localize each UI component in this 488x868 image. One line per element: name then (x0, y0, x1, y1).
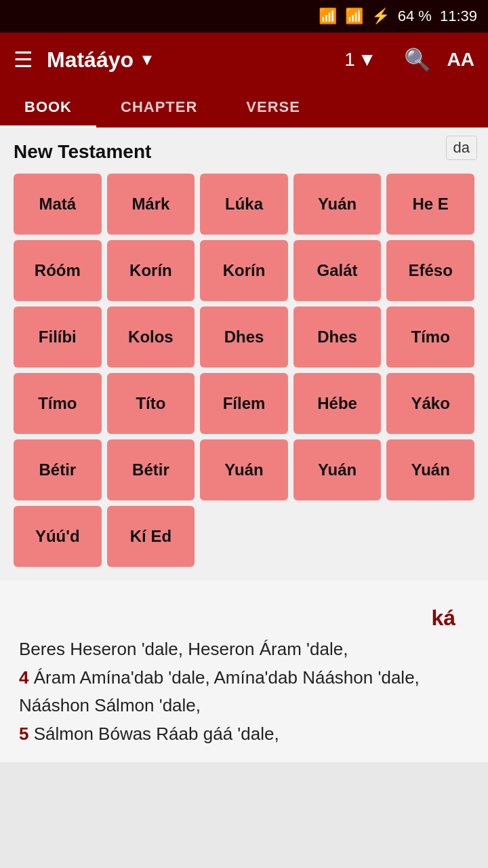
book-item-mata[interactable]: Matá (14, 174, 102, 235)
verse-num-4: 4 (19, 667, 28, 688)
book-item-yuan1[interactable]: Yuán (293, 174, 382, 235)
book-dropdown-icon: ▼ (139, 50, 155, 69)
book-item-timo2[interactable]: Tímo (14, 373, 102, 434)
tab-chapter[interactable]: CHAPTER (96, 87, 222, 127)
book-item-dhes1[interactable]: Dhes (200, 307, 288, 368)
app-bar: ☰ Matááyo ▼ 1 ▼ 🔍 AA (0, 33, 488, 87)
verse4-text: Áram Amína'dab 'dale, Amína'dab Nááshon … (19, 667, 420, 716)
book-item-hee[interactable]: He E (386, 174, 474, 235)
da-badge: da (446, 136, 477, 160)
book-selector[interactable]: Matááyo ▼ (47, 47, 331, 73)
wifi-icon: 📶 (319, 7, 337, 25)
status-bar: 📶 📶 ⚡ 64 % 11:39 (0, 0, 488, 33)
book-item-korin2[interactable]: Korín (200, 240, 288, 301)
tab-bar: BOOK CHAPTER VERSE (0, 87, 488, 127)
pre-verse-text: Beres Heseron 'dale, Heseron Áram 'dale, (19, 635, 469, 664)
book-item-filibi[interactable]: Filíbi (14, 307, 102, 368)
book-title: Matááyo (47, 47, 134, 73)
book-item-yuan3[interactable]: Yuán (293, 439, 382, 500)
chapter-selector[interactable]: 1 ▼ (344, 49, 376, 71)
book-item-kied[interactable]: Kí Ed (107, 506, 195, 567)
font-size-button[interactable]: AA (447, 49, 474, 71)
book-item-dhes2[interactable]: Dhes (293, 307, 382, 368)
verse5-text: Sálmon Bówas Ráab gáá 'dale, (34, 724, 279, 744)
book-item-tito[interactable]: Títo (107, 373, 195, 434)
menu-button[interactable]: ☰ (14, 47, 33, 73)
book-item-room[interactable]: Róóm (14, 240, 102, 301)
chapter-number: 1 (344, 49, 355, 71)
bible-text-area: ká Beres Heseron 'dale, Heseron Áram 'da… (0, 580, 488, 762)
book-item-kolos[interactable]: Kolos (107, 307, 195, 368)
section-title: New Testament (14, 141, 474, 163)
book-item-galat[interactable]: Galát (293, 240, 382, 301)
book-item-korin1[interactable]: Korín (107, 240, 195, 301)
book-item-yako[interactable]: Yáko (386, 373, 474, 434)
book-item-luka[interactable]: Lúka (200, 174, 288, 235)
book-selector-panel: da New Testament Matá Márk Lúka Yuán He … (0, 127, 488, 580)
signal-icon: 📶 (345, 7, 363, 25)
battery-charging-icon: ⚡ (371, 7, 390, 25)
app-bar-icons: 🔍 AA (404, 47, 474, 73)
book-item-yuan2[interactable]: Yuán (200, 439, 288, 500)
book-item-betir1[interactable]: Bétir (14, 439, 102, 500)
chapter-dropdown-icon: ▼ (358, 49, 377, 71)
tab-verse[interactable]: VERSE (222, 87, 325, 127)
verse4: 4 Áram Amína'dab 'dale, Amína'dab Náásho… (19, 664, 469, 720)
book-item-filem[interactable]: Fílem (200, 373, 288, 434)
book-item-betir2[interactable]: Bétir (107, 439, 195, 500)
clock: 11:39 (440, 7, 477, 25)
verse5: 5 Sálmon Bówas Ráab gáá 'dale, (19, 720, 469, 749)
red-title: ká (19, 594, 469, 635)
book-item-efeso[interactable]: Eféso (386, 240, 474, 301)
book-item-mark[interactable]: Márk (107, 174, 195, 235)
book-item-yuan4[interactable]: Yuán (386, 439, 474, 500)
books-grid: Matá Márk Lúka Yuán He E Róóm Korín Korí… (14, 174, 474, 567)
verse-num-5: 5 (19, 724, 28, 744)
search-button[interactable]: 🔍 (404, 47, 431, 73)
book-item-timo1[interactable]: Tímo (386, 307, 474, 368)
battery-level: 64 % (398, 7, 432, 25)
book-item-hebe[interactable]: Hébe (293, 373, 382, 434)
tab-book[interactable]: BOOK (0, 87, 96, 127)
book-item-yuud[interactable]: Yúú'd (14, 506, 102, 567)
